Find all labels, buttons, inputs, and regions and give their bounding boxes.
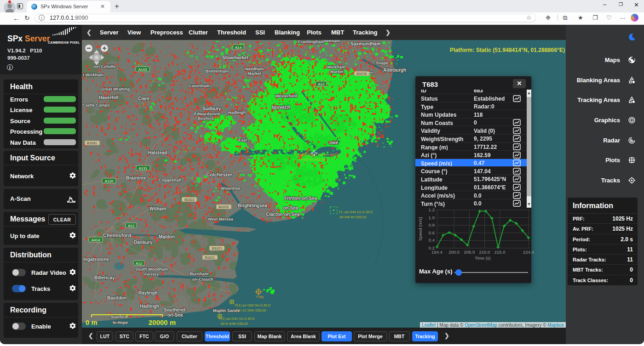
svg-text:T1: az=244 1m 0.35 D: T1: az=244 1m 0.35 D <box>339 210 373 214</box>
svg-text:A414: A414 <box>92 238 100 242</box>
svg-text:Lavenham: Lavenham <box>189 84 210 88</box>
svg-text:210.0: 210.0 <box>479 250 490 255</box>
svg-text:Braintree: Braintree <box>126 176 146 181</box>
svg-text:0.4: 0.4 <box>429 238 435 243</box>
svg-text:East: East <box>238 138 247 142</box>
svg-text:Saxmundham: Saxmundham <box>351 41 381 46</box>
svg-text:Edwardstone: Edwardstone <box>194 112 220 116</box>
svg-text:B1078: B1078 <box>356 72 367 76</box>
svg-text:Boxford: Boxford <box>198 116 214 121</box>
svg-text:W=9/8 W=255.00: W=9/8 W=255.00 <box>298 158 325 162</box>
svg-text:Speed (m/s): Speed (m/s) <box>418 217 423 241</box>
svg-text:200.0: 200.0 <box>448 250 460 255</box>
svg-text:0 m: 0 m <box>86 318 98 326</box>
svg-text:Sudbury: Sudbury <box>202 106 221 111</box>
svg-text:West Mersea: West Mersea <box>208 217 234 221</box>
svg-text:Danbury: Danbury <box>134 240 153 245</box>
svg-text:A12: A12 <box>318 82 325 86</box>
svg-text:t Wickham: t Wickham <box>83 73 104 77</box>
svg-text:0.8: 0.8 <box>429 222 435 227</box>
svg-text:Snape: Snape <box>376 61 388 65</box>
svg-text:le-Hope: le-Hope <box>113 320 128 325</box>
svg-text:Chelmsford: Chelmsford <box>103 233 131 238</box>
svg-text:Platform: Static (51.948414°N,: Platform: Static (51.948414°N, 01.288866… <box>450 47 565 53</box>
svg-text:T766: T766 <box>256 295 264 299</box>
svg-text:on-Sea: on-Sea <box>167 312 183 318</box>
svg-text:A131: A131 <box>139 166 148 170</box>
svg-text:P(1) sz=200 0m 0.35 D: P(1) sz=200 0m 0.35 D <box>235 303 271 307</box>
svg-text:Rayleigh: Rayleigh <box>138 290 158 295</box>
svg-text:Haverhill: Haverhill <box>99 95 118 100</box>
svg-text:Market: Market <box>248 71 261 76</box>
svg-text:on-Crouch: on-Crouch <box>192 277 213 282</box>
svg-text:owe: owe <box>329 140 339 145</box>
svg-text:K=11 S/W=255.00: K=11 S/W=255.00 <box>238 308 266 312</box>
svg-text:Billericay: Billericay <box>94 275 115 280</box>
svg-text:A143: A143 <box>138 68 147 72</box>
svg-text:on-Sea: on-Sea <box>283 205 299 210</box>
svg-text:Great Wratting: Great Wratting <box>101 87 130 91</box>
svg-text:Needham: Needham <box>245 67 264 71</box>
svg-text:B1021: B1021 <box>205 255 215 260</box>
svg-text:W=6 S/W=255.00: W=6 S/W=255.00 <box>221 322 248 326</box>
svg-text:Wivenhoe: Wivenhoe <box>221 186 240 191</box>
svg-text:Stowmarket: Stowmarket <box>222 55 248 60</box>
svg-text:A12: A12 <box>136 261 143 266</box>
svg-text:B1022: B1022 <box>184 198 195 202</box>
svg-text:Basildon: Basildon <box>107 295 126 301</box>
svg-text:Market: Market <box>330 69 344 74</box>
svg-text:Burnham-: Burnham- <box>190 272 210 276</box>
svg-text:Westerfield: Westerfield <box>275 94 297 98</box>
svg-text:A120: A120 <box>105 179 114 183</box>
svg-text:A12: A12 <box>128 224 135 228</box>
svg-text:South Woodham: South Woodham <box>135 267 168 272</box>
svg-text:Maldon: Maldon <box>159 234 175 239</box>
svg-text:Hadleigh: Hadleigh <box>140 304 159 309</box>
svg-text:215.0: 215.0 <box>494 250 506 255</box>
svg-text:Framlingham: Framlingham <box>298 40 324 44</box>
svg-text:A14: A14 <box>235 45 242 50</box>
svg-text:0.6: 0.6 <box>429 230 435 235</box>
svg-text:Southend-: Southend- <box>164 307 186 312</box>
svg-text:W=9/8 W=255.00: W=9/8 W=255.00 <box>339 215 366 219</box>
svg-text:Halstead: Halstead <box>148 150 167 155</box>
svg-text:Witham: Witham <box>150 206 166 211</box>
svg-text:Castle Camps: Castle Camps <box>82 103 110 108</box>
svg-text:Time (s): Time (s) <box>475 255 490 261</box>
svg-text:Clare: Clare <box>138 96 150 101</box>
svg-text:T1 (d27.6) az=145 8m 0.52 D: T1 (d27.6) az=145 8m 0.52 D <box>295 153 340 157</box>
svg-text:Coggeshall: Coggeshall <box>159 178 181 182</box>
svg-text:Wickham: Wickham <box>327 65 345 69</box>
svg-text:Frinton-on-Sea: Frinton-on-Sea <box>284 196 317 201</box>
svg-text:B1025: B1025 <box>218 205 229 209</box>
svg-text:Brightlingsea: Brightlingsea <box>238 203 267 208</box>
svg-text:Brettenham: Brettenham <box>206 69 229 74</box>
svg-text:Ingatestone: Ingatestone <box>83 257 109 262</box>
svg-text:B1021: B1021 <box>212 246 222 250</box>
svg-text:Stanford-: Stanford- <box>110 315 129 319</box>
svg-text:Clacton-on-Sea: Clacton-on-Sea <box>266 212 300 217</box>
svg-text:B1051: B1051 <box>87 141 97 145</box>
svg-text:20000 m: 20000 m <box>149 318 176 326</box>
svg-text:Aldeburgh: Aldeburgh <box>383 68 406 73</box>
svg-text:Ipswich: Ipswich <box>272 104 291 110</box>
svg-text:Ferrers: Ferrers <box>144 272 159 277</box>
svg-text:P(1) az=244 1m 0.35 D: P(1) az=244 1m 0.35 D <box>219 317 255 321</box>
svg-text:0.2: 0.2 <box>429 245 435 250</box>
svg-text:224.4: 224.4 <box>523 250 534 255</box>
svg-text:1.2: 1.2 <box>429 207 435 212</box>
svg-text:205.0: 205.0 <box>464 250 475 255</box>
svg-text:Hadleigh: Hadleigh <box>228 110 246 115</box>
svg-text:Colchester: Colchester <box>206 172 233 177</box>
svg-text:Maplin Sands: Maplin Sands <box>213 308 240 313</box>
svg-text:1.0: 1.0 <box>429 215 435 220</box>
